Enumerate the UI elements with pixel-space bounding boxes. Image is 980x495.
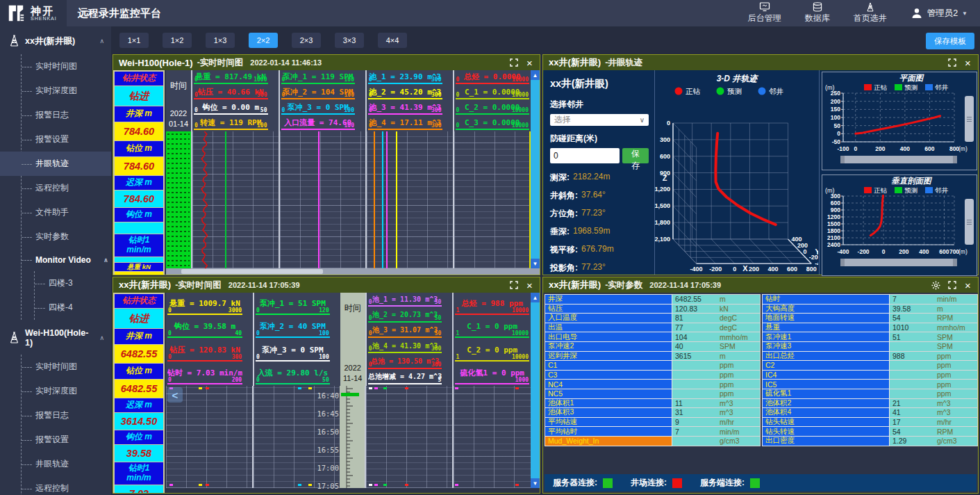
sidebar-item[interactable]: 远程控制	[22, 176, 111, 200]
sidebar-tree-header[interactable]: xx井(新井眼)∧	[0, 26, 111, 54]
table-param-label: 池体积4	[762, 407, 890, 418]
time-ruler-column: 16:4016:4516:5016:5517:0017:05	[340, 386, 365, 488]
sidebar-item[interactable]: 报警日志	[22, 403, 111, 428]
table-param-unit: m	[720, 352, 760, 360]
nav-home-select-well[interactable]: 首页选井	[854, 2, 887, 24]
svg-text:邻井: 邻井	[935, 83, 949, 91]
svg-text:250: 250	[831, 90, 840, 97]
save-distance-button[interactable]: 保存	[622, 148, 649, 163]
svg-text:300: 300	[660, 136, 670, 143]
table-param-unit: kN	[720, 305, 760, 313]
sidebar-item[interactable]: 远程控制	[22, 476, 111, 495]
v-scroll-track[interactable]	[531, 302, 540, 478]
collapse-caret-icon: ∧	[99, 38, 104, 44]
expand-icon[interactable]	[947, 281, 956, 290]
v-scrollbar[interactable]: ▲▼	[531, 70, 540, 268]
curve-min: 0	[456, 92, 460, 98]
sidebar-tree-header[interactable]: Wei-H100(Hole-1)∧	[0, 320, 111, 355]
curve-max: 100	[344, 92, 354, 98]
scroll-down-icon[interactable]: ▼	[531, 478, 540, 488]
close-icon[interactable]: ×	[963, 281, 972, 290]
curve-text: 池_2 = 20.73 m^3	[372, 310, 438, 320]
scroll-down-icon[interactable]: ▼	[531, 259, 540, 268]
table-param-label: 硫化氢1	[762, 389, 890, 399]
h-scrollbar-thumb[interactable]	[181, 269, 323, 274]
close-icon[interactable]: ×	[525, 281, 534, 290]
sidebar-item[interactable]: 报警设置	[22, 428, 111, 452]
scroll-up-icon[interactable]: ▲	[531, 70, 540, 80]
curve-min: 0	[194, 92, 198, 98]
layout-button[interactable]: 1×2	[163, 33, 192, 48]
curve-max: 10000	[512, 307, 529, 314]
chevron-down-icon: ▼	[962, 10, 967, 17]
curve-max: 50	[260, 107, 267, 113]
scroll-up-icon[interactable]: ▲	[531, 293, 540, 302]
layout-button[interactable]: 2×3	[292, 33, 321, 48]
curve-max: 50	[435, 330, 442, 336]
expand-icon[interactable]	[509, 281, 518, 290]
sidebar-item[interactable]: 实时时间图	[22, 355, 111, 379]
section-v-slider[interactable]	[965, 199, 974, 245]
v-scroll-track[interactable]	[531, 80, 540, 259]
sidebar-item[interactable]: 实时时间图	[22, 54, 111, 79]
layout-button[interactable]: 2×2	[249, 33, 278, 48]
table-param-unit: g/cm3	[937, 437, 977, 445]
h-scrollbar[interactable]	[166, 268, 540, 275]
close-icon[interactable]: ×	[525, 58, 534, 67]
sidebar-item[interactable]: 井眼轨迹	[0, 152, 111, 176]
panel-subtitle: -井眼轨迹	[605, 57, 642, 69]
distance-input[interactable]	[550, 148, 620, 163]
nav-backend-admin[interactable]: 后台管理	[748, 2, 781, 24]
sidebar-item[interactable]: 四楼-3	[35, 271, 111, 295]
sidebar-item-group[interactable]: Monitor Video∧	[22, 249, 111, 271]
curve-header: 0池_3 = 41.39 m^3300	[368, 102, 442, 115]
logo-text-cn: 神开	[31, 6, 57, 16]
table-param-unit: m	[937, 305, 977, 313]
sidebar-item[interactable]: 井眼轨迹	[22, 452, 111, 476]
nav-database[interactable]: 数据库	[805, 2, 830, 24]
gear-icon[interactable]	[931, 281, 940, 290]
table-param-value: 39.58	[890, 305, 937, 313]
sidebar-item[interactable]: 报警日志	[22, 103, 111, 127]
table-param-value: 120.83	[672, 305, 720, 313]
table-param-label: 迟到井深	[545, 351, 672, 362]
v-scrollbar[interactable]: ▲▼	[531, 293, 540, 488]
sidebar-item[interactable]: 四楼-4	[35, 295, 111, 320]
user-menu[interactable]: 管理员2 ▼	[911, 7, 967, 19]
sidebar-item[interactable]: 实时深度图	[22, 379, 111, 403]
layout-button[interactable]: 4×4	[378, 33, 407, 48]
curve-max: 300	[431, 122, 441, 129]
curve-min: 0	[369, 315, 372, 321]
expand-icon[interactable]	[947, 58, 956, 67]
connection-status-item: 井场连接:	[631, 477, 682, 489]
layout-button[interactable]: 1×3	[206, 33, 235, 48]
save-template-button[interactable]: 保存模板	[926, 33, 974, 49]
sidebar-item[interactable]: 文件助手	[22, 200, 111, 225]
param-label: 钻井状态	[115, 294, 163, 308]
curve-text: 钩位 = 0.00 m	[202, 102, 259, 113]
neighbor-well-select[interactable]: 选择 ∨	[550, 114, 649, 126]
curve-min: 0	[282, 107, 285, 113]
table-param-value-cell: 9m/hr	[672, 417, 761, 428]
status-label: 井场连接:	[631, 477, 667, 489]
select-placeholder: 选择	[554, 114, 571, 126]
scroll-left-button[interactable]: <	[167, 387, 183, 403]
h-scrollbar[interactable]	[840, 259, 957, 266]
layout-button[interactable]: 1×1	[119, 33, 149, 48]
sidebar-item[interactable]: 报警设置	[22, 127, 111, 152]
close-icon[interactable]: ×	[963, 58, 972, 67]
stat-label: 井斜角:	[550, 190, 578, 202]
curve-min: 0	[369, 76, 372, 83]
layout-button[interactable]: 3×3	[335, 33, 364, 48]
collapse-caret-icon: ∧	[99, 334, 104, 341]
plan-view-v-slider[interactable]	[965, 96, 974, 142]
table-param-value: 54	[890, 314, 937, 322]
h-scrollbar[interactable]	[840, 156, 957, 163]
curve-max: 3000	[229, 307, 242, 314]
table-param-value: 7	[672, 428, 720, 436]
expand-icon[interactable]	[509, 58, 518, 67]
svg-text:(m): (m)	[958, 248, 967, 255]
sidebar-item[interactable]: 实时参数	[22, 225, 111, 249]
table-param-unit: m^3	[937, 408, 977, 416]
sidebar-item[interactable]: 实时深度图	[22, 79, 111, 103]
